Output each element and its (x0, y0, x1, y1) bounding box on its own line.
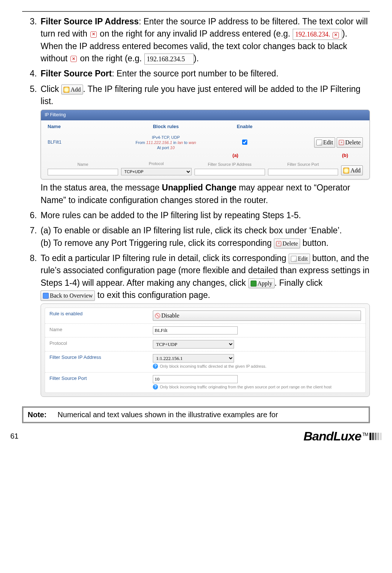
text: (a) To enable or disable an IP filtering… (41, 224, 370, 237)
text: : Enter the source port number to be fil… (112, 69, 278, 78)
step-number: 6. (22, 209, 37, 222)
step-number: 4. (22, 68, 37, 80)
rule-block: IPv4-TCP, UDP From 111.222.156.1 in lan … (127, 135, 206, 151)
label-rule-enabled: Rule is enabled (49, 310, 153, 318)
text: ). (194, 54, 199, 63)
label-name: Name (49, 326, 153, 333)
help-text: Only block incoming traffic originating … (160, 384, 331, 390)
text: Click (41, 84, 59, 94)
error-x-icon: ✕ (71, 56, 77, 62)
text: More rules can be added to the IP filter… (41, 209, 370, 222)
text: to exit this configuration page. (95, 290, 210, 300)
enable-checkbox[interactable] (242, 140, 247, 145)
add-button[interactable]: Add (341, 165, 363, 175)
label-filter-src-ip: Filter Source IP Address (49, 354, 153, 361)
note-label: Note: (28, 411, 47, 419)
delete-button[interactable]: ×Delete (337, 137, 363, 147)
rule-name: BLFilt1 (48, 139, 127, 145)
protocol-select[interactable]: TCP+UDP (121, 168, 192, 175)
error-x-icon: ✕ (333, 32, 339, 38)
delete-button[interactable]: ×Delete (274, 239, 300, 248)
label-protocol: Protocol (121, 161, 192, 167)
step-number: 7. (22, 224, 37, 249)
edit-button[interactable]: Edit (289, 254, 310, 264)
edit-icon (316, 140, 322, 145)
src-port-input[interactable] (268, 169, 338, 175)
step-4: 4. Filter Source Port: Enter the source … (22, 68, 370, 80)
apply-icon (251, 281, 257, 286)
text: (b) To remove any Port Triggering rule, … (41, 238, 272, 248)
page-number: 61 (10, 432, 18, 440)
rule-config-screenshot: Rule is enabled Disable Name Protocol TC… (41, 303, 370, 397)
text: . Finally click (275, 278, 323, 288)
step-number: 3. (22, 16, 37, 65)
label-filter-src-port: Filter Source Port (49, 375, 153, 382)
rule-row: BLFilt1 IPv4-TCP, UDP From 111.222.156.1… (41, 133, 369, 152)
step-number: 8. (22, 252, 37, 399)
step-6: 6. More rules can be added to the IP fil… (22, 209, 370, 222)
label-src-ip: Filter Source IP Address (195, 162, 265, 168)
bars-icon (369, 433, 382, 440)
annotation-b: (b) (273, 152, 363, 159)
add-icon (343, 168, 349, 174)
step-title: Filter Source Port (41, 69, 112, 78)
step-title: Filter Source IP Address (41, 17, 139, 26)
annotation-a: (a) (198, 152, 273, 159)
text: . The IP filtering rule you have just en… (41, 84, 361, 106)
delete-icon: × (339, 140, 344, 145)
edit-button[interactable]: Edit (314, 137, 336, 147)
ip-filtering-screenshot: IP Filtering Name Block rules Enable BLF… (41, 110, 370, 179)
apply-button[interactable]: Apply (248, 278, 275, 288)
text: on the right (e.g. (80, 54, 142, 63)
step-number: 5. (22, 83, 37, 206)
col-enable: Enable (205, 123, 284, 130)
text: In the status area, the message (41, 183, 162, 192)
step-7: 7. (a) To enable or disable an IP filter… (22, 224, 370, 249)
step-3: 3. Filter Source IP Address: Enter the s… (22, 16, 370, 65)
disable-button[interactable]: Disable (153, 310, 361, 320)
error-x-icon: ✕ (90, 31, 97, 38)
step-8: 8. To edit a particular IP filtering rul… (22, 252, 370, 399)
label-src-port: Filter Source Port (268, 162, 338, 168)
note-box: Note: Numerical and text values shown in… (22, 406, 370, 423)
label-name: Name (48, 162, 118, 168)
text: on the right for any invalid IP address … (100, 29, 290, 38)
info-icon: ? (153, 364, 158, 369)
text: To edit a particular IP filtering rule i… (41, 253, 286, 263)
back-icon (43, 293, 49, 299)
edit-icon (291, 256, 297, 262)
valid-ip-example: 192.168.234.5 (144, 54, 194, 65)
note-text: Numerical and text values shown in the i… (58, 411, 278, 419)
invalid-ip-example: 192.168.234. ✕ (293, 29, 342, 40)
info-icon: ? (153, 384, 158, 390)
brand-logo: BandLuxeTM (303, 429, 368, 443)
name-input[interactable] (153, 326, 238, 334)
unapplied-change: Unapplied Change (162, 183, 237, 192)
add-icon (63, 87, 69, 93)
back-button[interactable]: Back to Overview (41, 291, 95, 301)
step-5: 5. Click Add. The IP filtering rule you … (22, 83, 370, 206)
col-name: Name (48, 123, 127, 130)
page-footer: 61 BandLuxeTM (0, 427, 392, 448)
disable-icon (155, 313, 160, 318)
delete-icon: × (276, 241, 281, 246)
label-protocol: Protocol (49, 340, 153, 347)
top-rule (22, 11, 370, 12)
src-ip-select[interactable]: 1:1.222.156.1 (153, 354, 234, 363)
panel-title: IP Filtering (41, 110, 369, 120)
col-rules: Block rules (127, 123, 206, 130)
text: button. (300, 238, 329, 248)
src-port-input[interactable] (153, 375, 238, 383)
name-input[interactable] (48, 169, 118, 175)
protocol-select[interactable]: TCP+UDP (153, 340, 234, 349)
help-text: Only block incoming traffic directed at … (160, 364, 267, 370)
instruction-list: 3. Filter Source IP Address: Enter the s… (22, 16, 370, 399)
trademark: TM (362, 432, 368, 437)
add-button[interactable]: Add (61, 85, 83, 95)
src-ip-input[interactable] (195, 169, 265, 175)
